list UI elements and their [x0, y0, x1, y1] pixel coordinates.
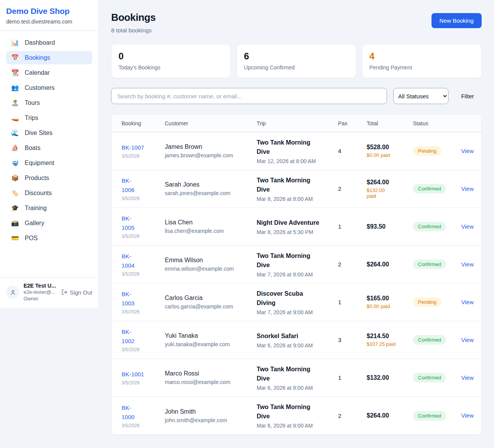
- stat-label: Pending Payment: [369, 64, 474, 71]
- sidebar-item-discounts[interactable]: 🏷️ Discounts: [6, 186, 92, 200]
- sidebar-nav: 📊 Dashboard 📅 Bookings 📆 Calendar 👥 Cust…: [0, 31, 98, 277]
- stats-row: 0 Today's Bookings 6 Upcoming Confirmed …: [111, 44, 482, 78]
- brand-title: Demo Dive Shop: [6, 7, 92, 16]
- user-role: Owner: [24, 296, 56, 302]
- customer-cell: Emma Wilson emma.wilson@example.com: [165, 257, 257, 272]
- sidebar-item-calendar[interactable]: 📆 Calendar: [6, 66, 92, 79]
- customer-cell: Yuki Tanaka yuki.tanaka@example.com: [165, 332, 257, 347]
- total-cell: $93.50: [367, 223, 413, 230]
- search-input[interactable]: [111, 88, 387, 104]
- view-link[interactable]: View: [461, 374, 474, 381]
- trip-cell: Discover Scuba Diving Mar 7, 2026 at 9:0…: [257, 289, 338, 315]
- trip-name: Two Tank Morning Dive: [257, 365, 323, 383]
- paid-amount: $0.00 paid: [367, 152, 413, 158]
- status-badge: Pending: [413, 146, 442, 156]
- booking-id-link[interactable]: BK-1000: [122, 403, 141, 422]
- sidebar-item-bookings[interactable]: 📅 Bookings: [6, 51, 92, 64]
- booking-cell: BK-1005 3/5/2026: [122, 214, 165, 239]
- sidebar-item-boats[interactable]: ⛵ Boats: [6, 141, 92, 155]
- action-cell: View: [461, 374, 477, 381]
- customer-email: emma.wilson@example.com: [165, 266, 257, 272]
- booking-id-link[interactable]: BK-1007: [122, 143, 165, 152]
- view-link[interactable]: View: [461, 412, 474, 419]
- speedboat-icon: 🚤: [11, 114, 19, 121]
- customer-email: marco.rossi@example.com: [165, 379, 257, 385]
- user-meta: E2E Test U... e2e-tester@... Owner: [24, 282, 56, 302]
- action-cell: View: [461, 299, 477, 306]
- trip-name: Two Tank Morning Dive: [257, 138, 323, 157]
- status-badge: Confirmed: [413, 259, 446, 269]
- action-cell: View: [461, 412, 477, 419]
- table-row: BK-1007 3/5/2026 James Brown james.brown…: [112, 132, 481, 170]
- view-link[interactable]: View: [461, 185, 474, 192]
- table-row: BK-1000 3/5/2026 John Smith john.smith@e…: [112, 397, 481, 435]
- camera-icon: 📸: [11, 219, 19, 227]
- booking-id-link[interactable]: BK-1002: [122, 327, 141, 346]
- trip-name: Night Dive Adventure: [257, 218, 323, 227]
- bookings-table: BookingCustomerTripPaxTotalStatus BK-100…: [111, 114, 482, 435]
- total-amount: $214.50: [367, 333, 413, 340]
- trip-time: Mar 6, 2026 at 8:00 AM: [257, 423, 338, 429]
- sidebar-item-pos[interactable]: 💳 POS: [6, 231, 92, 245]
- view-link[interactable]: View: [461, 337, 474, 343]
- customer-name: Marco Rossi: [165, 370, 257, 377]
- trip-cell: Two Tank Morning Dive Mar 6, 2026 at 8:0…: [257, 365, 338, 391]
- booking-id-link[interactable]: BK-1003: [122, 290, 141, 308]
- booking-id-link[interactable]: BK-1005: [122, 214, 141, 232]
- status-select[interactable]: All Statuses: [393, 88, 448, 104]
- island-icon: 🏝️: [11, 99, 19, 106]
- trip-name: Snorkel Safari: [257, 332, 323, 341]
- sidebar-item-label: Tours: [25, 99, 40, 106]
- total-amount: $165.00: [367, 295, 413, 302]
- filter-button[interactable]: Filter: [461, 93, 474, 99]
- sidebar-item-dashboard[interactable]: 📊 Dashboard: [6, 36, 92, 49]
- sidebar-item-trips[interactable]: 🚤 Trips: [6, 111, 92, 125]
- customer-email: sarah.jones@example.com: [165, 190, 257, 196]
- booking-date: 3/5/2026: [122, 234, 165, 239]
- sidebar-item-gallery[interactable]: 📸 Gallery: [6, 216, 92, 230]
- customer-cell: James Brown james.brown@example.com: [165, 143, 257, 158]
- view-link[interactable]: View: [461, 299, 474, 305]
- column-header-trip: Trip: [257, 120, 338, 126]
- tag-icon: 🏷️: [11, 189, 19, 197]
- status-cell: Confirmed: [413, 184, 461, 194]
- status-cell: Confirmed: [413, 259, 461, 269]
- sidebar-item-training[interactable]: 🎓 Training: [6, 201, 92, 215]
- status-badge: Confirmed: [413, 373, 446, 382]
- view-link[interactable]: View: [461, 223, 474, 230]
- total-amount: $93.50: [367, 223, 413, 230]
- sidebar-item-customers[interactable]: 👥 Customers: [6, 81, 92, 94]
- booking-date: 3/5/2026: [122, 196, 165, 201]
- user-footer: E2E Test U... e2e-tester@... Owner Sign …: [0, 277, 98, 308]
- diving-mask-icon: 🤿: [11, 159, 19, 167]
- booking-cell: BK-1000 3/5/2026: [122, 403, 165, 428]
- sidebar-item-tours[interactable]: 🏝️ Tours: [6, 96, 92, 109]
- booking-id-link[interactable]: BK-1001: [122, 370, 165, 379]
- table-header-row: BookingCustomerTripPaxTotalStatus: [112, 115, 481, 132]
- new-booking-button[interactable]: New Booking: [431, 13, 482, 28]
- sidebar-item-dive-sites[interactable]: 🌊 Dive Sites: [6, 126, 92, 140]
- table-row: BK-1004 3/5/2026 Emma Wilson emma.wilson…: [112, 246, 481, 283]
- booking-date: 3/5/2026: [122, 153, 165, 159]
- stat-value: 4: [369, 51, 474, 62]
- sign-out-button[interactable]: Sign Out: [61, 289, 92, 296]
- booking-id-link[interactable]: BK-1004: [122, 252, 141, 270]
- sidebar-item-label: Calendar: [25, 69, 50, 76]
- status-cell: Confirmed: [413, 373, 461, 382]
- booking-id-link[interactable]: BK-1006: [122, 176, 141, 195]
- stat-value: 0: [118, 51, 223, 62]
- action-cell: View: [461, 337, 477, 344]
- status-cell: Pending: [413, 146, 461, 156]
- pax-cell: 2: [338, 185, 367, 192]
- trip-cell: Two Tank Morning Dive Mar 7, 2026 at 8:0…: [257, 251, 338, 278]
- view-link[interactable]: View: [461, 261, 474, 268]
- sidebar-item-equipment[interactable]: 🤿 Equipment: [6, 156, 92, 170]
- pax-cell: 1: [338, 299, 367, 305]
- sidebar-item-products[interactable]: 📦 Products: [6, 171, 92, 185]
- sailboat-icon: ⛵: [11, 144, 19, 152]
- avatar: [6, 286, 19, 299]
- view-link[interactable]: View: [461, 148, 474, 154]
- total-cell: $264.00: [367, 261, 413, 268]
- customer-email: john.smith@example.com: [165, 417, 257, 423]
- sidebar: Demo Dive Shop demo.test.divestreams.com…: [0, 0, 99, 308]
